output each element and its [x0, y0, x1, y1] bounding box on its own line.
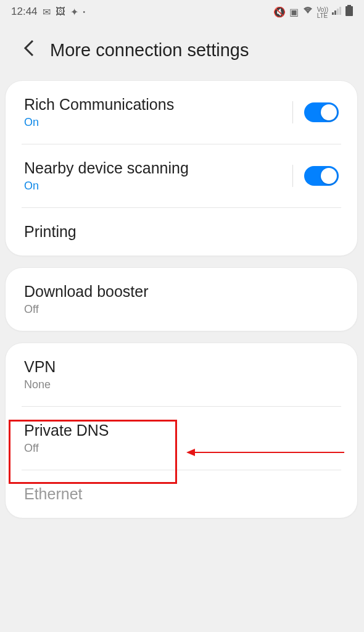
svg-rect-2 [337, 9, 339, 15]
signal-icon [332, 6, 342, 17]
printing-item[interactable]: Printing [6, 208, 357, 256]
svg-rect-1 [334, 10, 336, 15]
settings-group-1: Rich Communications On Nearby device sca… [5, 80, 358, 256]
item-title: Rich Communications [24, 96, 174, 114]
image-icon: 🖼 [56, 6, 65, 17]
item-title: Printing [24, 223, 77, 241]
lte-icon: Vo))LTE [317, 7, 328, 19]
vpn-item[interactable]: VPN None [6, 343, 357, 406]
svg-rect-5 [345, 6, 353, 16]
more-icon: • [83, 9, 86, 15]
settings-group-2: Download booster Off [5, 267, 358, 331]
battery-icon [345, 5, 353, 19]
item-subtitle: On [24, 116, 174, 129]
item-subtitle: Off [24, 442, 109, 455]
settings-group-3: VPN None Private DNS Off Ethernet [5, 343, 358, 518]
svg-rect-4 [347, 5, 351, 6]
item-title: VPN [24, 358, 56, 376]
rich-communications-item[interactable]: Rich Communications On [6, 81, 357, 144]
item-title: Private DNS [24, 422, 109, 439]
item-subtitle: Off [24, 303, 149, 316]
toggle-divider [292, 165, 293, 187]
item-title: Download booster [24, 283, 149, 301]
status-bar: 12:44 ✉ 🖼 ✦ • 🔇 ▣ Vo))LTE [0, 0, 364, 23]
ethernet-item[interactable]: Ethernet [6, 470, 357, 518]
status-right: 🔇 ▣ Vo))LTE [273, 5, 353, 19]
download-booster-item[interactable]: Download booster Off [6, 268, 357, 331]
private-dns-item[interactable]: Private DNS Off [6, 407, 357, 470]
toggle-divider [292, 101, 293, 123]
notification-icon: ✦ [70, 6, 78, 18]
header: More connection settings [0, 23, 364, 80]
page-title: More connection settings [50, 40, 249, 60]
item-subtitle: On [24, 180, 189, 193]
status-time: 12:44 [11, 6, 38, 18]
svg-rect-3 [339, 7, 341, 15]
item-subtitle: None [24, 378, 56, 391]
rich-communications-toggle[interactable] [304, 102, 339, 122]
status-left: 12:44 ✉ 🖼 ✦ • [11, 6, 85, 18]
back-button[interactable] [23, 39, 35, 62]
mail-icon: ✉ [43, 6, 51, 18]
mute-icon: 🔇 [273, 6, 286, 18]
svg-rect-0 [332, 12, 334, 15]
item-title: Ethernet [24, 485, 83, 503]
wifi-icon [302, 6, 313, 17]
item-title: Nearby device scanning [24, 159, 189, 177]
nearby-device-scanning-item[interactable]: Nearby device scanning On [6, 144, 357, 207]
data-saver-icon: ▣ [289, 6, 299, 18]
nearby-device-scanning-toggle[interactable] [304, 166, 339, 186]
